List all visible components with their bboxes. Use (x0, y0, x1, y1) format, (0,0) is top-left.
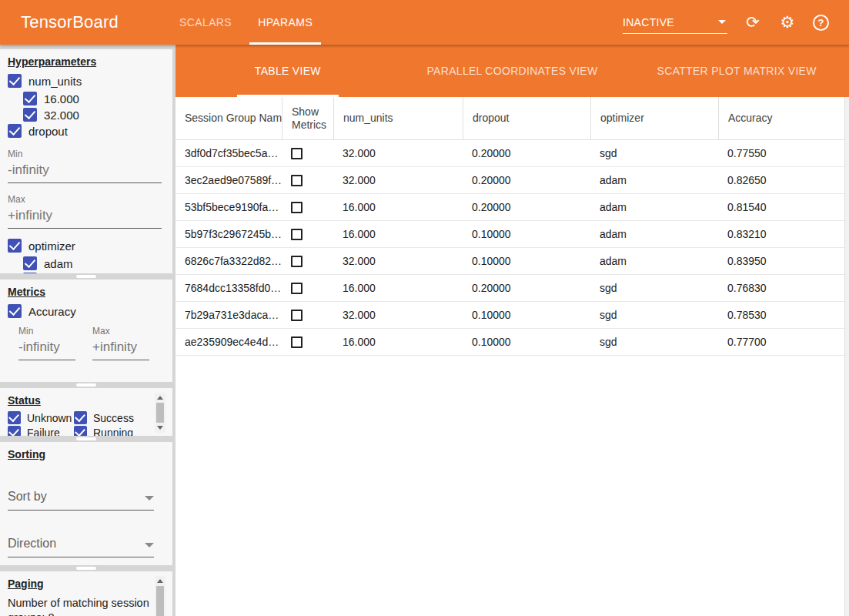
scroll-up-icon[interactable] (157, 579, 163, 583)
status-scrollbar[interactable] (155, 393, 165, 433)
status-failure[interactable]: Failure (8, 426, 74, 436)
checkbox-checked-icon[interactable] (8, 74, 22, 88)
hparam-num-units[interactable]: num_units (8, 74, 172, 88)
resize-handle[interactable] (0, 436, 172, 442)
checkbox-checked-icon[interactable] (74, 426, 87, 436)
checkbox-checked-icon[interactable] (8, 124, 22, 138)
metrics-title: Metrics (8, 286, 172, 298)
sort-by-dropdown[interactable]: Sort by (8, 490, 154, 511)
chevron-down-icon (718, 20, 726, 24)
status-running[interactable]: Running (74, 426, 133, 436)
scrollbar-thumb[interactable] (156, 403, 164, 423)
num-units-value: 32.000 (333, 255, 463, 267)
optimizer-value: adam (590, 228, 718, 240)
tab-scalars[interactable]: SCALARS (166, 0, 245, 45)
hparams-sidebar: Hyperparameters num_units 16.000 32.000 … (0, 45, 175, 616)
column-header-num-units[interactable]: num_units (333, 97, 463, 139)
tab-table-view[interactable]: TABLE VIEW (175, 45, 400, 97)
view-tabs: TABLE VIEW PARALLEL COORDINATES VIEW SCA… (175, 45, 849, 97)
status-success[interactable]: Success (74, 411, 134, 424)
accuracy-value: 0.81540 (718, 201, 849, 213)
column-header-accuracy[interactable]: Accuracy (718, 97, 849, 139)
hparam-num-units-value-32[interactable]: 32.000 (23, 108, 172, 122)
accuracy-value: 0.77550 (718, 147, 849, 159)
accuracy-minmax: Min Max (18, 326, 172, 360)
hparam-optimizer[interactable]: optimizer (8, 239, 172, 253)
hparam-dropout[interactable]: dropout (8, 124, 172, 138)
show-metrics-checkbox[interactable] (291, 148, 302, 159)
scroll-up-icon[interactable] (157, 396, 163, 400)
checkbox-checked-icon[interactable] (8, 304, 22, 318)
checkbox-checked-icon[interactable] (74, 411, 87, 424)
accuracy-value: 0.83210 (718, 228, 849, 240)
session-group-name: 53bf5bece9190fa… (175, 201, 282, 213)
column-header-dropout[interactable]: dropout (463, 97, 590, 139)
session-group-name: ae235909ec4e4d… (175, 336, 282, 348)
table-body: 3df0d7cf35bec5a… 32.000 0.20000 sgd 0.77… (175, 140, 849, 356)
accuracy-min-input[interactable] (18, 338, 75, 360)
num-units-value: 32.000 (333, 174, 463, 186)
accuracy-value: 0.77700 (718, 336, 849, 348)
session-group-name: 7684dcc13358fd0… (175, 282, 282, 294)
refresh-icon[interactable]: ⟳ (744, 13, 762, 32)
dropout-value: 0.20000 (463, 282, 590, 294)
table-row: 53bf5bece9190fa… 16.000 0.20000 adam 0.8… (175, 194, 849, 221)
run-status-select[interactable]: INACTIVE (623, 11, 727, 34)
checkbox-checked-icon[interactable] (23, 256, 37, 270)
show-metrics-checkbox[interactable] (291, 256, 302, 267)
table-row: 7684dcc13358fd0… 16.000 0.20000 sgd 0.76… (175, 275, 849, 302)
chevron-down-icon (145, 543, 154, 547)
tab-hparams[interactable]: HPARAMS (245, 0, 326, 45)
resize-handle[interactable] (0, 273, 172, 280)
accuracy-value: 0.83950 (718, 255, 849, 267)
main-scrollbar[interactable] (844, 97, 849, 616)
hparam-optimizer-value-adam[interactable]: adam (23, 256, 172, 270)
checkbox-checked-icon[interactable] (23, 108, 37, 122)
dropout-min-input[interactable] (8, 161, 162, 183)
column-header-optimizer[interactable]: optimizer (590, 97, 718, 139)
column-header-show-metrics[interactable]: Show Metrics (282, 97, 333, 139)
scroll-down-icon[interactable] (157, 426, 163, 430)
accuracy-value: 0.82650 (718, 174, 849, 186)
scrollbar-thumb[interactable] (156, 586, 164, 616)
resize-handle[interactable] (0, 382, 172, 388)
checkbox-checked-icon[interactable] (8, 411, 21, 424)
optimizer-value: adam (590, 201, 718, 213)
hyperparameters-panel: Hyperparameters num_units 16.000 32.000 … (0, 49, 172, 273)
paging-panel: Paging Number of matching session groups… (0, 571, 172, 616)
accuracy-max-input[interactable] (92, 338, 149, 360)
status-unknown[interactable]: Unknown (8, 411, 74, 424)
checkbox-checked-icon[interactable] (23, 92, 37, 105)
paging-scrollbar[interactable] (155, 576, 165, 616)
resize-handle[interactable] (0, 565, 172, 571)
dropout-value: 0.10000 (463, 255, 590, 267)
show-metrics-checkbox[interactable] (291, 202, 302, 213)
show-metrics-checkbox[interactable] (291, 336, 302, 348)
show-metrics-checkbox[interactable] (291, 229, 302, 240)
optimizer-value: sgd (590, 147, 718, 159)
num-units-value: 32.000 (333, 309, 463, 321)
checkbox-checked-icon[interactable] (8, 239, 22, 253)
direction-dropdown[interactable]: Direction (8, 537, 154, 557)
table-header: Session Group Name. Show Metrics num_uni… (175, 97, 849, 140)
num-units-value: 16.000 (333, 201, 463, 213)
checkbox-checked-icon[interactable] (8, 426, 21, 436)
show-metrics-checkbox[interactable] (291, 283, 302, 294)
hparam-num-units-value-16[interactable]: 16.000 (23, 92, 172, 105)
hyperparameters-title: Hyperparameters (8, 55, 172, 68)
tab-parallel-coordinates-view[interactable]: PARALLEL COORDINATES VIEW (400, 45, 625, 97)
table-row: 7b29a731e3daca… 32.000 0.10000 sgd 0.785… (175, 302, 849, 329)
gear-icon[interactable]: ⚙ (778, 13, 797, 32)
optimizer-value: sgd (590, 282, 718, 294)
dropout-max-input[interactable] (8, 206, 162, 229)
tab-scatter-plot-matrix-view[interactable]: SCATTER PLOT MATRIX VIEW (624, 45, 849, 97)
session-group-name: 3df0d7cf35bec5a… (175, 147, 282, 159)
accuracy-min-field: Min (18, 326, 75, 360)
help-icon[interactable]: ? (813, 15, 829, 31)
column-header-session-group-name[interactable]: Session Group Name. (175, 97, 282, 139)
status-panel: Status Unknown Success Failure (0, 388, 172, 436)
metric-accuracy[interactable]: Accuracy (8, 304, 172, 318)
show-metrics-checkbox[interactable] (291, 310, 302, 321)
dropout-value: 0.10000 (463, 309, 590, 321)
show-metrics-checkbox[interactable] (291, 175, 302, 186)
